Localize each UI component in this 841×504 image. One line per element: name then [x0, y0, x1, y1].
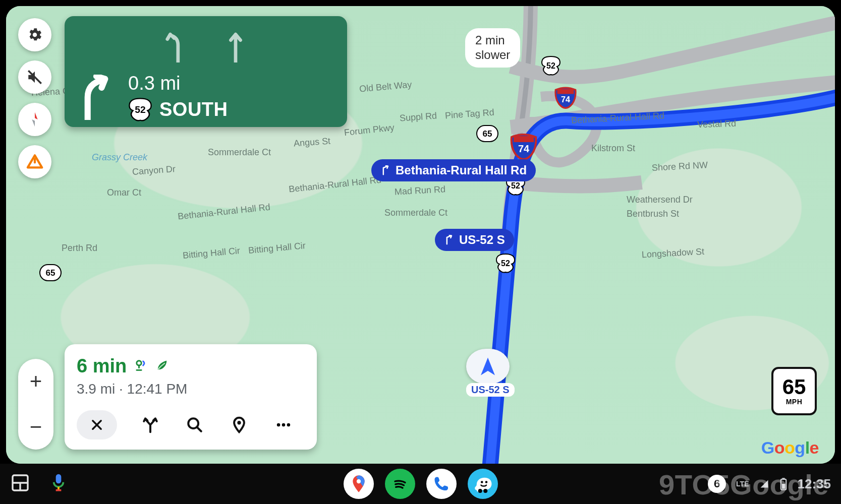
end-navigation-button[interactable] — [77, 410, 117, 439]
zoom-in-button[interactable]: + — [18, 359, 53, 404]
alternate-routes-button[interactable] — [139, 414, 161, 436]
volume-mute-icon — [26, 69, 43, 86]
svg-rect-9 — [557, 89, 574, 94]
more-horiz-icon — [275, 416, 292, 433]
svg-point-21 — [356, 479, 360, 483]
speed-limit-sign: 65 MPH — [771, 367, 817, 415]
svg-text:74: 74 — [518, 143, 530, 154]
battery-icon — [779, 477, 788, 490]
microphone-icon — [50, 473, 67, 493]
lane-straight-icon — [224, 31, 247, 62]
svg-point-23 — [480, 481, 483, 483]
trip-summary-card[interactable]: 6 min 3.9 mi · 12:41 PM — [65, 344, 317, 450]
pin-icon — [231, 416, 248, 433]
mute-button[interactable] — [18, 60, 51, 94]
android-auto-dock: 6 LTE 12:35 — [0, 464, 841, 504]
interstate-shield: 74 — [554, 86, 577, 109]
compass-icon — [26, 111, 43, 128]
app-grid-icon — [10, 473, 30, 493]
turn-distance-text: 0.3 mi — [128, 73, 228, 94]
svg-text:74: 74 — [561, 95, 571, 104]
gear-icon — [26, 26, 43, 43]
report-incident-button[interactable] — [18, 145, 51, 178]
zoom-control: + − — [18, 359, 53, 450]
maneuver-slight-right-icon — [79, 75, 114, 120]
svg-point-15 — [237, 421, 241, 424]
trip-details-text: 3.9 mi · 12:41 PM — [77, 381, 305, 397]
turn-direction-text: SOUTH — [159, 99, 228, 120]
svg-text:52: 52 — [546, 61, 555, 70]
svg-text:65: 65 — [46, 268, 55, 278]
waze-icon — [472, 473, 493, 494]
alt-route-balloon[interactable]: 2 min slower — [465, 28, 520, 68]
svg-text:52: 52 — [135, 104, 145, 115]
svg-text:65: 65 — [483, 129, 492, 139]
notification-count-button[interactable]: 6 — [708, 475, 726, 493]
us-route-shield: 52 — [128, 97, 152, 121]
svg-text:52: 52 — [511, 181, 520, 190]
state-route-shield: 65 — [476, 125, 498, 142]
google-maps-app[interactable] — [344, 469, 374, 499]
svg-rect-29 — [781, 484, 785, 489]
branch-right-icon — [380, 165, 390, 175]
network-indicator: LTE — [736, 480, 749, 488]
map-viewport[interactable]: Helena Ct Grassy Creek Canyon Dr Omar Ct… — [6, 6, 835, 464]
route-split-icon — [142, 416, 159, 433]
nav-arrow-icon — [477, 356, 498, 377]
svg-text:52: 52 — [501, 259, 510, 268]
speed-limit-unit: MPH — [786, 398, 803, 406]
search-icon — [186, 416, 203, 433]
us-route-shield: 52 — [541, 55, 561, 76]
search-along-route-button[interactable] — [184, 414, 206, 436]
eco-leaf-icon — [155, 358, 169, 374]
settings-button[interactable] — [18, 18, 51, 51]
close-icon — [90, 418, 104, 432]
destination-preview-button[interactable] — [228, 414, 250, 436]
spotify-icon — [390, 474, 410, 494]
state-route-shield: 65 — [39, 264, 62, 281]
phone-app[interactable] — [426, 469, 457, 499]
compass-button[interactable] — [18, 103, 51, 136]
pill-text: Bethania-Rural Hall Rd — [396, 163, 527, 177]
svg-point-24 — [485, 481, 487, 483]
branch-right-icon — [444, 235, 454, 245]
spotify-app[interactable] — [385, 469, 415, 499]
svg-rect-28 — [782, 478, 784, 479]
assistant-button[interactable] — [50, 473, 67, 495]
svg-point-17 — [282, 423, 286, 427]
lane-slight-left-icon — [164, 31, 188, 62]
pill-text: US-52 S — [459, 233, 505, 247]
interstate-shield: 74 — [510, 132, 538, 160]
speed-limit-value: 65 — [782, 376, 806, 398]
svg-point-18 — [287, 423, 291, 427]
clock: 12:35 — [798, 476, 831, 492]
vehicle-marker[interactable] — [466, 349, 510, 384]
upcoming-turn-pill[interactable]: Bethania-Rural Hall Rd — [371, 159, 536, 181]
google-logo: Google — [761, 438, 819, 458]
warning-triangle-icon — [26, 153, 43, 170]
signal-icon — [759, 479, 769, 489]
gmaps-pin-icon — [349, 474, 369, 494]
waze-app[interactable] — [468, 469, 498, 499]
alt-route-text: 2 min slower — [475, 33, 510, 62]
svg-rect-20 — [56, 474, 62, 484]
upcoming-turn-pill[interactable]: US-52 S — [435, 229, 514, 251]
svg-point-26 — [483, 489, 487, 493]
next-turn-card[interactable]: 0.3 mi 52 SOUTH — [65, 16, 347, 127]
zoom-out-button[interactable]: − — [18, 404, 53, 450]
app-launcher-button[interactable] — [10, 473, 30, 495]
svg-point-25 — [478, 489, 482, 493]
us-route-shield: 52 — [495, 253, 516, 273]
svg-rect-7 — [514, 136, 534, 142]
current-road-label: US-52 S — [466, 383, 515, 397]
lane-guidance-row — [79, 27, 333, 62]
map-side-controls — [18, 18, 51, 178]
more-options-button[interactable] — [272, 414, 295, 436]
assistant-listening-icon — [134, 358, 148, 374]
phone-icon — [432, 475, 451, 493]
trip-eta-text: 6 min — [77, 355, 127, 377]
svg-point-16 — [277, 423, 281, 427]
